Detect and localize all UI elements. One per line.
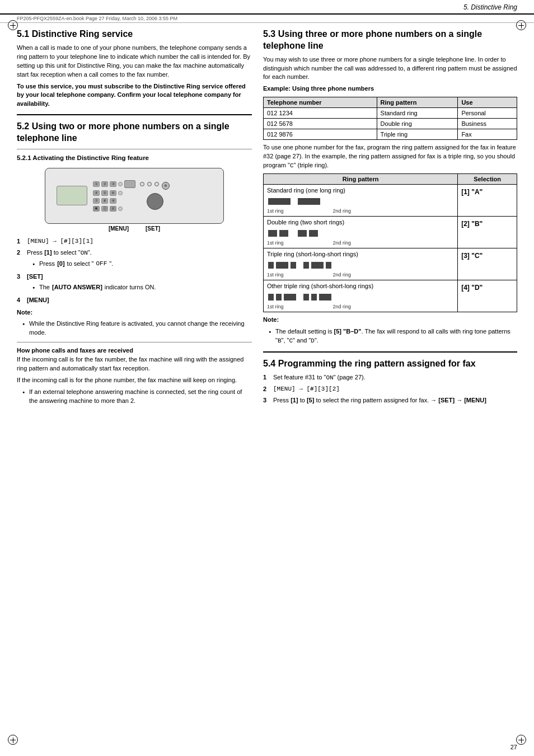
nav-dot-1 [140, 182, 144, 186]
example-cell-1-2: Business [458, 119, 517, 129]
divider-5-2-inner [17, 149, 252, 149]
svg-rect-4 [298, 230, 307, 237]
led-1 [118, 182, 123, 186]
btn-r1 [124, 180, 135, 188]
left-column: 5.1 Distinctive Ring service When a call… [17, 29, 252, 408]
section-5-3: 5.3 Using three or more phone numbers on… [263, 29, 517, 346]
note-5-3: Note: [263, 316, 517, 325]
example-cell-2-0: 012 9876 [264, 129, 377, 140]
ring-pattern-cell-2: Triple ring (short-long-short rings)1st … [264, 248, 458, 280]
note-bullet-1: While the Distinctive Ring feature is ac… [22, 320, 252, 337]
section-5-3-heading: 5.3 Using three or more phone numbers on… [263, 29, 517, 52]
ring-pattern-cell-0: Standard ring (one long ring)1st ring2nd… [264, 185, 458, 217]
note-5-3-bullet-1: The default setting is [5] "B–D". The fa… [269, 327, 517, 346]
key-6: ⑥ [110, 190, 116, 196]
svg-rect-3 [279, 230, 288, 237]
ring-label-2nd-0: 2nd ring [332, 208, 351, 214]
corner-mark-bl [8, 735, 18, 745]
key-9: ⑨ [110, 198, 116, 204]
device-screen [57, 186, 87, 205]
section-5-4: 5.4 Programming the ring pattern assigne… [263, 358, 517, 405]
key-1: ① [93, 181, 100, 187]
section-5-3-body2: To use one phone number for the fax, pro… [263, 143, 517, 171]
content-area: 5.1 Distinctive Ring service When a call… [0, 23, 534, 420]
divider-5-1-5-2 [17, 114, 252, 115]
corner-mark-br [516, 735, 526, 745]
ring-table-header-row: Ring pattern Selection [264, 174, 517, 185]
page: 5. Distinctive Ring FP205-PFQX2559ZA-en.… [0, 0, 534, 756]
example-table: Telephone number Ring pattern Use 012 12… [263, 97, 517, 140]
step-2: 2 Press [1] to select "ON". Press [0] to… [17, 248, 252, 270]
step-2-text: Press [1] to select "ON". Press [0] to s… [27, 248, 252, 270]
ring-pattern-table: Ring pattern Selection Standard ring (on… [263, 173, 517, 312]
section-5-1-body2: To use this service, you must subscribe … [17, 82, 252, 109]
example-cell-1-1: Double ring [377, 119, 458, 129]
svg-rect-15 [303, 294, 309, 300]
svg-rect-2 [268, 230, 277, 237]
corner-mark-tr [516, 20, 526, 30]
nav-dot-2 [147, 182, 152, 186]
label-set: [SET] [146, 226, 160, 232]
section-5-4-heading: 5.4 Programming the ring pattern assigne… [263, 358, 517, 370]
svg-rect-0 [268, 198, 291, 205]
key-hash: # [110, 206, 116, 212]
ring-label-1st-1: 1st ring [267, 240, 284, 246]
ring-pattern-cell-3: Other triple ring (short-short-long ring… [264, 280, 458, 312]
ring-col-pattern: Ring pattern [264, 174, 458, 185]
key-8: ⑧ [101, 198, 108, 204]
svg-rect-12 [268, 294, 274, 300]
key-5: ⑤ [101, 190, 108, 196]
section-5-1-body1: When a call is made to one of your phone… [17, 44, 252, 79]
svg-rect-7 [276, 262, 288, 269]
step-2-bullets: Press [0] to select "OFF". [32, 260, 252, 269]
device-labels-row: [MENU] [SET] [109, 226, 160, 232]
svg-rect-5 [309, 230, 318, 237]
step-3-text: [SET] The [AUTO ANSWER] indicator turns … [27, 273, 252, 294]
note-label-5-2-1: Note: [17, 309, 32, 316]
ring-label-2nd-3: 2nd ring [332, 304, 351, 309]
ring-row-1: Double ring (two short rings)1st ring2nd… [264, 217, 517, 248]
note-5-2-1: Note: [17, 308, 252, 317]
step-3-bullets: The [AUTO ANSWER] indicator turns ON. [32, 283, 252, 292]
svg-rect-16 [311, 294, 317, 300]
step-5-4-3-num: 3 [263, 396, 271, 405]
nav-arrow: ⊕ [164, 184, 167, 188]
ring-selection-cell-1: [2] "B" [458, 217, 517, 248]
note-bullets-5-3: The default setting is [5] "B–D". The fa… [269, 327, 517, 346]
step-5-4-2: 2 [MENU] → [#][3][2] [263, 385, 517, 394]
section-5-2-1-heading: 5.2.1 Activating the Distinctive Ring fe… [17, 154, 252, 162]
ring-label-1st-0: 1st ring [267, 208, 284, 214]
how-bullet-1: If an external telephone answering machi… [22, 388, 252, 406]
step-4-num: 4 [17, 296, 25, 305]
svg-rect-1 [298, 198, 320, 205]
example-cell-2-2: Fax [458, 129, 517, 140]
step-5-4-1: 1 Set feature #31 to "ON" (page 27). [263, 373, 517, 383]
ring-selection-cell-0: [1] "A" [458, 185, 517, 217]
ring-selection-cell-2: [3] "C" [458, 248, 517, 280]
step-2-bullet-1: Press [0] to select "OFF". [32, 260, 252, 269]
example-table-row-0: 012 1234Standard ringPersonal [264, 108, 517, 119]
nav-dots-row: ⊕ [140, 182, 170, 190]
label-menu: [MENU] [109, 226, 129, 232]
steps-5-2-1: 1 [MENU] → [#][3][1] 2 Press [1] to sele… [17, 237, 252, 305]
step-4-text: [MENU] [27, 296, 252, 305]
divider-how-phone [17, 342, 252, 342]
page-header: 5. Distinctive Ring [0, 0, 534, 15]
section-5-2-heading: 5.2 Using two or more phone numbers on a… [17, 121, 252, 144]
device-image-container: ① ② ③ ④ ⑤ ⑥ [17, 168, 252, 232]
note-bullets-5-2-1: While the Distinctive Ring feature is ac… [22, 320, 252, 337]
keypad-row-2: ④ ⑤ ⑥ [93, 190, 135, 196]
note-label-5-3: Note: [263, 316, 279, 323]
step-3: 3 [SET] The [AUTO ANSWER] indicator turn… [17, 273, 252, 294]
how-body1: If the incoming call is for the fax numb… [17, 355, 252, 373]
example-cell-0-0: 012 1234 [264, 108, 377, 119]
ring-label-2nd-2: 2nd ring [332, 272, 351, 278]
svg-rect-10 [311, 262, 324, 269]
step-5-4-3-text: Press [1] to [5] to select the ring patt… [273, 396, 517, 405]
key-0: ⓪ [101, 206, 108, 212]
ring-col-selection: Selection [458, 174, 517, 185]
step-4: 4 [MENU] [17, 296, 252, 305]
svg-rect-8 [291, 262, 296, 269]
big-round-btn [147, 193, 163, 210]
step-3-bullet-1: The [AUTO ANSWER] indicator turns ON. [32, 283, 252, 292]
